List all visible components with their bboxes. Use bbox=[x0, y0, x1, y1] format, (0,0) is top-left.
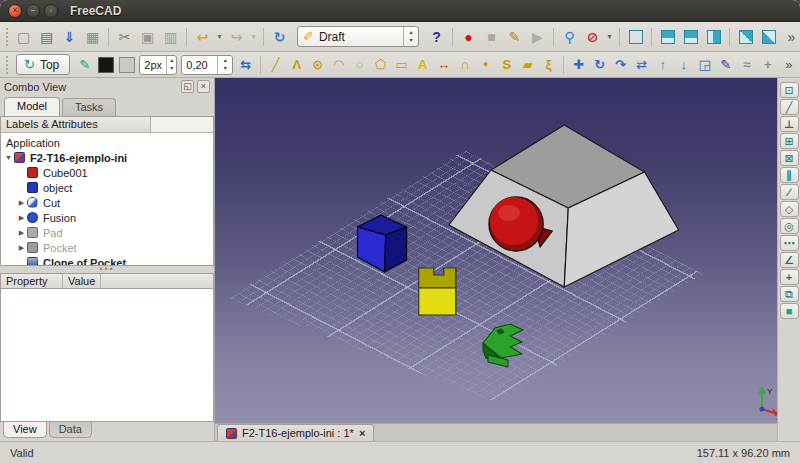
tree-item-cut[interactable]: ▶Cut bbox=[1, 195, 213, 210]
constraint-angle-icon[interactable] bbox=[780, 252, 799, 268]
window-close-button[interactable]: × bbox=[8, 4, 22, 18]
face-color-swatch[interactable] bbox=[116, 55, 137, 75]
undo-dropdown-caret[interactable] bbox=[214, 26, 225, 48]
view-front-icon[interactable] bbox=[656, 26, 679, 48]
clone-constraint-icon[interactable] bbox=[780, 286, 799, 302]
workbench-selector[interactable]: ✐ Draft ▴▾ bbox=[297, 26, 419, 47]
constraint-concentric-icon[interactable] bbox=[780, 218, 799, 234]
toolbar-overflow-chevron[interactable] bbox=[780, 26, 800, 48]
constraint-point-on-object-icon[interactable] bbox=[780, 150, 799, 166]
print-icon[interactable] bbox=[81, 26, 104, 48]
draft-point-icon[interactable] bbox=[475, 55, 496, 75]
refresh-icon[interactable] bbox=[268, 26, 291, 48]
constraint-toggle-icon[interactable] bbox=[780, 235, 799, 251]
constraint-vertical-icon[interactable] bbox=[780, 116, 799, 132]
line-width-spinbox[interactable]: 2px ▴▾ bbox=[139, 55, 177, 75]
draft-scale-icon[interactable] bbox=[694, 55, 715, 75]
tree-item-fusion[interactable]: ▶Fusion bbox=[1, 210, 213, 225]
draft-downgrade-icon[interactable] bbox=[673, 55, 694, 75]
expander-icon[interactable]: ▼ bbox=[3, 154, 14, 161]
toolbar-overflow-chevron[interactable] bbox=[778, 55, 799, 75]
constraint-parallel-icon[interactable] bbox=[780, 167, 799, 183]
apply-style-icon[interactable] bbox=[235, 55, 256, 75]
scale-spinbox[interactable]: 0,20 ▴▾ bbox=[181, 55, 233, 75]
line-color-swatch[interactable] bbox=[95, 55, 116, 75]
constraint-block-icon[interactable] bbox=[780, 99, 799, 115]
yellow-plate-lower[interactable] bbox=[419, 288, 456, 315]
draft-trim-icon[interactable] bbox=[631, 55, 652, 75]
panel-float-icon[interactable]: ◱ bbox=[181, 80, 194, 93]
draft-ellipse-icon[interactable] bbox=[349, 55, 370, 75]
draft-bezier-icon[interactable] bbox=[538, 55, 559, 75]
panel-close-icon[interactable]: × bbox=[197, 80, 210, 93]
copy-icon[interactable] bbox=[136, 26, 159, 48]
draft-rectangle-icon[interactable] bbox=[391, 55, 412, 75]
constraint-symmetric-icon[interactable] bbox=[780, 201, 799, 217]
window-maximize-button[interactable]: ▫ bbox=[44, 4, 58, 18]
draft-wire-icon[interactable] bbox=[286, 55, 307, 75]
constraint-coincident-icon[interactable] bbox=[780, 133, 799, 149]
property-table-body[interactable] bbox=[0, 289, 214, 422]
panel-splitter[interactable]: ••• bbox=[0, 266, 214, 273]
macro-record-icon[interactable] bbox=[457, 26, 480, 48]
draft-arc-icon[interactable] bbox=[328, 55, 349, 75]
yellow-plate-upper[interactable] bbox=[419, 268, 456, 288]
toggle-construction-icon[interactable] bbox=[780, 303, 799, 319]
tab-view[interactable]: View bbox=[3, 422, 47, 438]
draft-circle-icon[interactable] bbox=[307, 55, 328, 75]
open-file-icon[interactable] bbox=[35, 26, 58, 48]
construction-mode-icon[interactable] bbox=[74, 55, 95, 75]
constraint-lock-icon[interactable] bbox=[780, 82, 799, 98]
draft-polygon-icon[interactable] bbox=[370, 55, 391, 75]
expander-icon[interactable]: ▶ bbox=[16, 214, 27, 222]
expander-icon[interactable]: ▶ bbox=[16, 199, 27, 207]
draft-upgrade-icon[interactable] bbox=[652, 55, 673, 75]
save-icon[interactable] bbox=[58, 26, 81, 48]
redo-icon[interactable] bbox=[225, 26, 248, 48]
undo-icon[interactable] bbox=[191, 26, 214, 48]
draft-edit-icon[interactable] bbox=[715, 55, 736, 75]
view-axonometric-icon[interactable] bbox=[624, 26, 647, 48]
scale-arrows[interactable]: ▴▾ bbox=[217, 56, 232, 74]
macro-play-icon[interactable] bbox=[526, 26, 549, 48]
constraint-tangent-icon[interactable] bbox=[780, 184, 799, 200]
draft-text-icon[interactable] bbox=[412, 55, 433, 75]
draft-facebinder-icon[interactable] bbox=[517, 55, 538, 75]
labels-attributes-header[interactable]: Labels & Attributes bbox=[1, 117, 151, 132]
whats-this-icon[interactable] bbox=[425, 26, 448, 48]
tree-item-pocket[interactable]: ▶Pocket bbox=[1, 240, 213, 255]
draft-move-icon[interactable] bbox=[568, 55, 589, 75]
draft-dimension-icon[interactable] bbox=[433, 55, 454, 75]
draft-wire-to-bspline-icon[interactable] bbox=[736, 55, 757, 75]
redo-dropdown-caret[interactable] bbox=[248, 26, 259, 48]
blue-cube-left-face[interactable] bbox=[358, 227, 386, 272]
tree-item-application[interactable]: Application bbox=[1, 135, 213, 150]
line-width-arrows[interactable]: ▴▾ bbox=[166, 56, 176, 74]
draft-shapestring-icon[interactable] bbox=[496, 55, 517, 75]
add-constraint-icon[interactable] bbox=[780, 269, 799, 285]
3d-viewport[interactable]: Y X bbox=[215, 78, 777, 423]
view-rear-icon[interactable] bbox=[734, 26, 757, 48]
tree-item-object[interactable]: object bbox=[1, 180, 213, 195]
tree-item-pad[interactable]: ▶Pad bbox=[1, 225, 213, 240]
tree-item-cube001[interactable]: Cube001 bbox=[1, 165, 213, 180]
stop-dropdown-caret[interactable] bbox=[604, 26, 615, 48]
property-column-header[interactable]: Property bbox=[1, 274, 63, 288]
cut-icon[interactable] bbox=[113, 26, 136, 48]
paste-icon[interactable] bbox=[159, 26, 182, 48]
draft-offset-icon[interactable] bbox=[610, 55, 631, 75]
document-tab[interactable]: F2-T16-ejemplo-ini : 1* × bbox=[217, 424, 374, 441]
view-top-icon[interactable] bbox=[679, 26, 702, 48]
tab-model[interactable]: Model bbox=[4, 97, 60, 116]
draft-arc-3points-icon[interactable] bbox=[454, 55, 475, 75]
document-tab-close-icon[interactable]: × bbox=[359, 427, 365, 439]
stop-loading-icon[interactable] bbox=[581, 26, 604, 48]
window-minimize-button[interactable]: − bbox=[26, 4, 40, 18]
view-right-icon[interactable] bbox=[702, 26, 725, 48]
value-column-header[interactable]: Value bbox=[63, 274, 101, 288]
draft-add-point-icon[interactable] bbox=[757, 55, 778, 75]
tree-item-f2-t16-ejemplo-ini[interactable]: ▼F2-T16-ejemplo-ini bbox=[1, 150, 213, 165]
tab-tasks[interactable]: Tasks bbox=[62, 98, 116, 116]
macro-edit-icon[interactable] bbox=[503, 26, 526, 48]
tab-data[interactable]: Data bbox=[49, 422, 92, 438]
